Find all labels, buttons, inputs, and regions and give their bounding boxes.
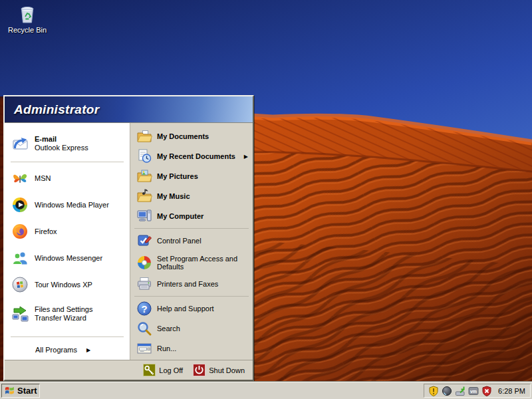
submenu-arrow-icon: ▶ (86, 347, 90, 353)
user-name: Administrator (14, 102, 99, 117)
log-off-label: Log Off (159, 366, 183, 374)
separator (11, 162, 124, 162)
help-support-label: Help and Support (157, 305, 214, 313)
menu-item-email[interactable]: E-mailOutlook Express (5, 128, 130, 159)
my-music-label: My Music (157, 192, 190, 200)
start-button-label: Start (17, 386, 37, 396)
log-off-key-icon (143, 364, 156, 376)
start-menu-footer: Log Off Shut Down (5, 360, 253, 380)
my-computer-label: My Computer (157, 212, 203, 220)
taskbar: Start (0, 382, 532, 399)
email-sublabel: Outlook Express (35, 144, 88, 152)
control-panel-label: Control Panel (157, 237, 201, 245)
menu-item-windows-media-player[interactable]: Windows Media Player (5, 192, 130, 218)
all-programs-button[interactable]: All Programs ▶ (5, 340, 130, 360)
help-support-icon: ? (136, 301, 152, 317)
start-menu: Administrator E-mailOutlook Express (3, 95, 254, 381)
menu-item-my-pictures[interactable]: My Pictures (130, 166, 253, 186)
my-pictures-label: My Pictures (157, 172, 198, 180)
menu-item-my-music[interactable]: My Music (130, 186, 253, 206)
my-recent-documents-icon (136, 148, 152, 164)
menu-item-my-computer[interactable]: My Computer (130, 206, 253, 226)
shut-down-label: Shut Down (209, 366, 245, 374)
wmp-label: Windows Media Player (35, 201, 109, 209)
log-off-button[interactable]: Log Off (141, 362, 185, 378)
windows-messenger-icon (11, 249, 29, 267)
my-recent-documents-label: My Recent Documents (157, 152, 235, 160)
svg-text:vm: vm (470, 388, 477, 393)
menu-item-search[interactable]: Search (130, 319, 253, 338)
control-panel-icon (136, 233, 152, 249)
start-menu-columns: E-mailOutlook Express MSN (5, 123, 253, 360)
email-label: E-mail (35, 135, 88, 144)
messenger-label: Windows Messenger (35, 254, 102, 263)
safely-remove-hardware-icon[interactable] (455, 386, 466, 396)
menu-item-my-recent-documents[interactable]: My Recent Documents ▶ (130, 146, 253, 166)
vmware-tools-icon[interactable]: vm (468, 386, 479, 396)
search-label: Search (157, 325, 180, 332)
files-settings-transfer-icon (11, 305, 29, 323)
program-access-icon (136, 255, 152, 271)
transfer-wizard-label: Files and Settings Transfer Wizard (35, 305, 118, 323)
submenu-arrow-icon: ▶ (244, 154, 248, 160)
my-computer-icon (136, 208, 152, 224)
my-documents-icon (136, 128, 152, 144)
svg-text:?: ? (141, 303, 147, 315)
outlook-express-icon (11, 134, 29, 152)
my-documents-label: My Documents (157, 132, 209, 140)
my-music-icon (136, 188, 152, 204)
run-label: Run... (157, 344, 176, 352)
menu-item-my-documents[interactable]: My Documents (130, 126, 253, 146)
firefox-label: Firefox (35, 227, 57, 236)
run-icon (136, 340, 152, 356)
menu-item-msn[interactable]: MSN (5, 165, 130, 192)
recycle-bin-label: Recycle Bin (5, 26, 49, 34)
menu-item-files-settings-transfer[interactable]: Files and Settings Transfer Wizard (5, 298, 130, 329)
windows-flag-icon (5, 386, 15, 396)
recycle-bin[interactable]: Recycle Bin (5, 3, 49, 34)
menu-item-firefox[interactable]: Firefox (5, 218, 130, 245)
separator (134, 296, 249, 297)
my-pictures-icon (136, 168, 152, 184)
system-places-column: My Documents My Recent Documents ▶ (130, 123, 253, 360)
search-icon (136, 321, 152, 336)
msn-label: MSN (35, 174, 51, 183)
menu-item-help-support[interactable]: ? Help and Support (130, 299, 253, 319)
menu-item-run[interactable]: Run... (130, 338, 253, 358)
spacer (5, 329, 130, 334)
msn-icon (11, 170, 29, 187)
printers-faxes-label: Printers and Faxes (157, 280, 218, 288)
all-programs-label: All Programs (35, 346, 77, 354)
start-menu-header: Administrator (5, 96, 253, 123)
system-tray: vm 6:28 PM (424, 384, 531, 398)
separator (134, 228, 249, 229)
menu-item-tour-windows-xp[interactable]: Tour Windows XP (5, 271, 130, 298)
tour-xp-label: Tour Windows XP (35, 281, 92, 289)
tour-windows-xp-icon (11, 276, 29, 293)
menu-item-control-panel[interactable]: Control Panel (130, 231, 253, 251)
shut-down-button[interactable]: Shut Down (191, 362, 247, 378)
printers-faxes-icon (136, 276, 152, 292)
menu-item-windows-messenger[interactable]: Windows Messenger (5, 245, 130, 271)
menu-item-program-access[interactable]: Set Program Access and Defaults (130, 251, 253, 274)
menu-item-printers-faxes[interactable]: Printers and Faxes (130, 274, 253, 294)
windows-media-player-icon (11, 196, 29, 213)
start-button[interactable]: Start (1, 384, 40, 398)
firefox-icon (11, 223, 29, 240)
separator (11, 336, 124, 337)
program-access-label: Set Program Access and Defaults (157, 255, 242, 271)
taskbar-clock[interactable]: 6:28 PM (498, 387, 525, 395)
pinned-programs-column: E-mailOutlook Express MSN (5, 123, 130, 360)
security-warning-icon[interactable] (428, 386, 439, 396)
shut-down-power-icon (193, 364, 205, 376)
recycle-bin-icon (17, 3, 38, 25)
status-orb-icon[interactable] (442, 386, 452, 396)
security-alert-icon[interactable] (481, 386, 492, 396)
